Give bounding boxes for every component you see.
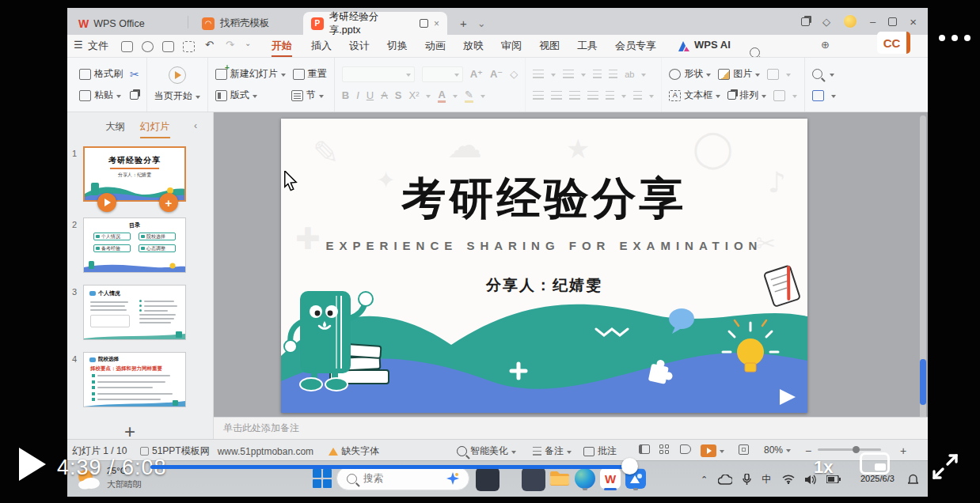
- detach-window-icon[interactable]: [420, 19, 428, 28]
- tab-wps-office[interactable]: W WPS Office: [70, 12, 183, 35]
- stack-icon[interactable]: [801, 17, 810, 26]
- font-family-dropdown[interactable]: [342, 66, 415, 82]
- user-avatar[interactable]: [843, 14, 857, 28]
- menu-animation[interactable]: 动画: [425, 39, 446, 53]
- tab-list-chevron-icon[interactable]: ⌄: [469, 12, 485, 35]
- slide-sorter-button[interactable]: [659, 444, 670, 455]
- font-size-dropdown[interactable]: [422, 66, 463, 82]
- menu-home[interactable]: 开始: [272, 39, 292, 58]
- close-button[interactable]: ×: [910, 15, 917, 28]
- textbox-button[interactable]: A文本框: [669, 89, 720, 102]
- file-explorer-icon[interactable]: [547, 466, 572, 491]
- bold-button[interactable]: B: [342, 89, 349, 101]
- print-icon[interactable]: [162, 41, 174, 52]
- hamburger-icon[interactable]: ☰: [74, 39, 83, 51]
- find-icon[interactable]: [812, 69, 822, 79]
- play-from-current-icon[interactable]: [169, 66, 186, 84]
- edge-browser-icon[interactable]: [572, 466, 598, 491]
- new-slide-button[interactable]: 新建幻灯片: [215, 67, 286, 81]
- format-painter-button[interactable]: 格式刷: [79, 67, 123, 81]
- menu-transition[interactable]: 切换: [387, 39, 408, 53]
- start-button[interactable]: [310, 466, 335, 491]
- tray-expand-chevron-icon[interactable]: ⌃: [701, 475, 708, 485]
- playback-speed-label[interactable]: 1x: [814, 457, 833, 478]
- reset-button[interactable]: 重置: [293, 67, 327, 81]
- menu-slideshow[interactable]: 放映: [463, 39, 484, 53]
- zoom-slider[interactable]: [818, 448, 881, 451]
- play-current-button[interactable]: 当页开始: [154, 89, 200, 103]
- highlight-color-button[interactable]: ✎: [465, 89, 473, 103]
- weather-desc[interactable]: 大部晴朗: [107, 478, 142, 490]
- select-icon[interactable]: [812, 90, 824, 101]
- slide-1-canvas[interactable]: ✎ ☁ ★ ◯ ♪ ✚ ✂ ✦ 考研经验分享 EXPERIENCE SHARIN…: [281, 119, 807, 413]
- output-icon[interactable]: [142, 41, 154, 52]
- slide-thumbnail-2[interactable]: 目录 个人情况 院校选择 备考经验 心态调整: [83, 217, 186, 273]
- tray-date[interactable]: 2025/6/3: [860, 474, 895, 483]
- wifi-icon[interactable]: [782, 475, 795, 484]
- font-color-button[interactable]: A: [438, 89, 445, 103]
- cut-scissors-icon[interactable]: ✂: [130, 68, 139, 81]
- slideshow-button[interactable]: [701, 444, 724, 457]
- notes-button[interactable]: 备注: [533, 444, 572, 458]
- wps-app-icon[interactable]: W: [598, 466, 623, 491]
- microphone-icon[interactable]: [743, 474, 751, 486]
- closed-captions-button[interactable]: CC: [877, 32, 910, 54]
- minimize-button[interactable]: –: [870, 16, 876, 28]
- player-menu-dots[interactable]: [939, 35, 971, 41]
- fit-slide-button[interactable]: [739, 444, 749, 455]
- copy-icon[interactable]: [130, 91, 139, 100]
- menu-tools[interactable]: 工具: [577, 39, 598, 53]
- video-progress-handle[interactable]: [621, 458, 638, 475]
- slide-thumbnail-4[interactable]: 院校选择 择校要点：选择和努力同样重要: [83, 352, 186, 407]
- thumb-play-button[interactable]: [97, 193, 116, 212]
- comments-button[interactable]: 批注: [583, 444, 617, 458]
- tab-outline[interactable]: 大纲: [105, 120, 125, 134]
- columns-icon[interactable]: [633, 91, 642, 100]
- reading-view-button[interactable]: [680, 444, 691, 454]
- zoom-slider-handle[interactable]: [853, 446, 860, 453]
- new-tab-button[interactable]: +: [452, 12, 468, 35]
- decrease-indent-icon[interactable]: [593, 70, 602, 78]
- skin-box-icon[interactable]: ◇: [822, 16, 830, 28]
- history-chevron-icon[interactable]: ⌄: [245, 39, 251, 47]
- align-center-icon[interactable]: [551, 91, 562, 100]
- bullet-list-icon[interactable]: [533, 70, 544, 78]
- menu-view[interactable]: 视图: [539, 39, 560, 53]
- strikethrough-button[interactable]: A: [381, 89, 388, 101]
- preview-icon[interactable]: [183, 41, 195, 52]
- onedrive-cloud-icon[interactable]: [718, 475, 732, 485]
- tab-document-active[interactable]: P 考研经验分享.pptx ×: [303, 12, 447, 35]
- superscript-button[interactable]: X²: [408, 89, 419, 101]
- menu-review[interactable]: 审阅: [501, 39, 522, 53]
- line-spacing-icon[interactable]: [606, 91, 614, 100]
- shapes-button[interactable]: 形状: [669, 67, 711, 81]
- numbered-list-icon[interactable]: [563, 70, 574, 78]
- decrease-font-icon[interactable]: A⁻: [490, 68, 503, 80]
- italic-button[interactable]: I: [356, 89, 359, 101]
- align-left-icon[interactable]: [533, 91, 544, 100]
- zoom-level[interactable]: 80%: [764, 444, 791, 456]
- arrange-button[interactable]: 排列: [727, 89, 766, 102]
- layout-button[interactable]: 版式: [215, 89, 257, 102]
- underline-button[interactable]: U: [367, 89, 374, 101]
- slide-thumbnail-3[interactable]: 个人情况: [83, 285, 186, 340]
- app-icon-1[interactable]: [476, 467, 499, 491]
- collapse-panel-icon[interactable]: ‹: [194, 120, 197, 131]
- tab-template-store[interactable]: ◠ 找稻壳模板: [194, 12, 298, 35]
- redo-icon[interactable]: ↷: [226, 39, 234, 51]
- normal-view-button[interactable]: [639, 444, 650, 454]
- paste-button[interactable]: 粘贴: [79, 89, 121, 102]
- fullscreen-icon[interactable]: [931, 452, 959, 481]
- text-direction-icon[interactable]: ab: [625, 70, 634, 79]
- taskbar-search[interactable]: 搜索: [336, 467, 469, 490]
- menu-member[interactable]: 会员专享: [615, 39, 656, 53]
- clear-format-icon[interactable]: ◇: [510, 68, 518, 80]
- notification-bell-icon[interactable]: [908, 474, 918, 485]
- app-icon-2[interactable]: [522, 467, 545, 491]
- close-tab-icon[interactable]: ×: [434, 18, 439, 29]
- menu-design[interactable]: 设计: [349, 39, 370, 53]
- save-icon[interactable]: [121, 41, 133, 52]
- section-button[interactable]: 节: [291, 89, 324, 102]
- canvas-scrollbar-thumb[interactable]: [920, 359, 926, 405]
- crop-icon[interactable]: [767, 69, 779, 80]
